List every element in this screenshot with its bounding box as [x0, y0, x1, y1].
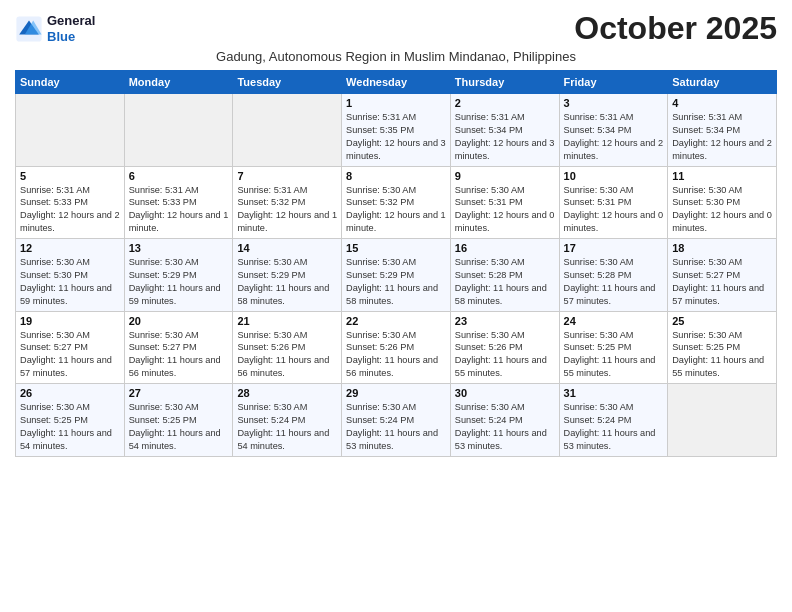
day-number: 10: [564, 170, 664, 182]
calendar-week-row: 26Sunrise: 5:30 AMSunset: 5:25 PMDayligh…: [16, 384, 777, 457]
calendar-week-row: 1Sunrise: 5:31 AMSunset: 5:35 PMDaylight…: [16, 94, 777, 167]
day-number: 30: [455, 387, 555, 399]
calendar-cell: 11Sunrise: 5:30 AMSunset: 5:30 PMDayligh…: [668, 166, 777, 239]
day-info: Sunrise: 5:30 AMSunset: 5:29 PMDaylight:…: [129, 256, 229, 308]
calendar-cell: 29Sunrise: 5:30 AMSunset: 5:24 PMDayligh…: [342, 384, 451, 457]
day-info: Sunrise: 5:31 AMSunset: 5:32 PMDaylight:…: [237, 184, 337, 236]
day-of-week-sunday: Sunday: [16, 71, 125, 94]
calendar-cell: 3Sunrise: 5:31 AMSunset: 5:34 PMDaylight…: [559, 94, 668, 167]
day-info: Sunrise: 5:30 AMSunset: 5:27 PMDaylight:…: [129, 329, 229, 381]
day-info: Sunrise: 5:30 AMSunset: 5:24 PMDaylight:…: [237, 401, 337, 453]
day-number: 3: [564, 97, 664, 109]
day-number: 15: [346, 242, 446, 254]
calendar-cell: 17Sunrise: 5:30 AMSunset: 5:28 PMDayligh…: [559, 239, 668, 312]
day-info: Sunrise: 5:30 AMSunset: 5:31 PMDaylight:…: [564, 184, 664, 236]
day-number: 7: [237, 170, 337, 182]
day-number: 19: [20, 315, 120, 327]
day-number: 17: [564, 242, 664, 254]
day-number: 22: [346, 315, 446, 327]
day-number: 4: [672, 97, 772, 109]
calendar-cell: 14Sunrise: 5:30 AMSunset: 5:29 PMDayligh…: [233, 239, 342, 312]
calendar-cell: 18Sunrise: 5:30 AMSunset: 5:27 PMDayligh…: [668, 239, 777, 312]
calendar-cell: 25Sunrise: 5:30 AMSunset: 5:25 PMDayligh…: [668, 311, 777, 384]
calendar-cell: [16, 94, 125, 167]
calendar-week-row: 19Sunrise: 5:30 AMSunset: 5:27 PMDayligh…: [16, 311, 777, 384]
day-info: Sunrise: 5:30 AMSunset: 5:24 PMDaylight:…: [455, 401, 555, 453]
page-header: General Blue October 2025: [15, 10, 777, 47]
calendar-cell: 10Sunrise: 5:30 AMSunset: 5:31 PMDayligh…: [559, 166, 668, 239]
day-number: 2: [455, 97, 555, 109]
calendar-cell: 27Sunrise: 5:30 AMSunset: 5:25 PMDayligh…: [124, 384, 233, 457]
day-info: Sunrise: 5:31 AMSunset: 5:33 PMDaylight:…: [20, 184, 120, 236]
day-info: Sunrise: 5:30 AMSunset: 5:29 PMDaylight:…: [237, 256, 337, 308]
calendar-cell: 2Sunrise: 5:31 AMSunset: 5:34 PMDaylight…: [450, 94, 559, 167]
calendar-cell: 1Sunrise: 5:31 AMSunset: 5:35 PMDaylight…: [342, 94, 451, 167]
day-info: Sunrise: 5:30 AMSunset: 5:32 PMDaylight:…: [346, 184, 446, 236]
calendar-cell: 30Sunrise: 5:30 AMSunset: 5:24 PMDayligh…: [450, 384, 559, 457]
day-info: Sunrise: 5:30 AMSunset: 5:27 PMDaylight:…: [20, 329, 120, 381]
calendar-cell: 8Sunrise: 5:30 AMSunset: 5:32 PMDaylight…: [342, 166, 451, 239]
day-number: 29: [346, 387, 446, 399]
day-number: 16: [455, 242, 555, 254]
calendar-cell: 16Sunrise: 5:30 AMSunset: 5:28 PMDayligh…: [450, 239, 559, 312]
day-of-week-thursday: Thursday: [450, 71, 559, 94]
day-of-week-wednesday: Wednesday: [342, 71, 451, 94]
calendar-cell: 31Sunrise: 5:30 AMSunset: 5:24 PMDayligh…: [559, 384, 668, 457]
calendar-cell: [233, 94, 342, 167]
calendar-cell: 28Sunrise: 5:30 AMSunset: 5:24 PMDayligh…: [233, 384, 342, 457]
calendar-cell: 12Sunrise: 5:30 AMSunset: 5:30 PMDayligh…: [16, 239, 125, 312]
day-info: Sunrise: 5:30 AMSunset: 5:24 PMDaylight:…: [564, 401, 664, 453]
calendar-cell: 6Sunrise: 5:31 AMSunset: 5:33 PMDaylight…: [124, 166, 233, 239]
calendar-cell: 22Sunrise: 5:30 AMSunset: 5:26 PMDayligh…: [342, 311, 451, 384]
day-info: Sunrise: 5:30 AMSunset: 5:31 PMDaylight:…: [455, 184, 555, 236]
day-info: Sunrise: 5:31 AMSunset: 5:34 PMDaylight:…: [672, 111, 772, 163]
day-info: Sunrise: 5:30 AMSunset: 5:25 PMDaylight:…: [129, 401, 229, 453]
day-number: 28: [237, 387, 337, 399]
day-number: 12: [20, 242, 120, 254]
day-info: Sunrise: 5:30 AMSunset: 5:26 PMDaylight:…: [346, 329, 446, 381]
day-number: 14: [237, 242, 337, 254]
day-number: 11: [672, 170, 772, 182]
day-number: 13: [129, 242, 229, 254]
calendar-header-row: SundayMondayTuesdayWednesdayThursdayFrid…: [16, 71, 777, 94]
day-number: 9: [455, 170, 555, 182]
day-number: 31: [564, 387, 664, 399]
month-title: October 2025: [574, 10, 777, 47]
day-number: 25: [672, 315, 772, 327]
calendar-cell: 23Sunrise: 5:30 AMSunset: 5:26 PMDayligh…: [450, 311, 559, 384]
logo-line1: General: [47, 13, 95, 28]
day-number: 8: [346, 170, 446, 182]
logo-line2: Blue: [47, 29, 75, 44]
day-number: 20: [129, 315, 229, 327]
logo-text: General Blue: [47, 13, 95, 44]
day-number: 21: [237, 315, 337, 327]
calendar-cell: 13Sunrise: 5:30 AMSunset: 5:29 PMDayligh…: [124, 239, 233, 312]
day-number: 24: [564, 315, 664, 327]
calendar-cell: [124, 94, 233, 167]
day-info: Sunrise: 5:30 AMSunset: 5:29 PMDaylight:…: [346, 256, 446, 308]
calendar-cell: 26Sunrise: 5:30 AMSunset: 5:25 PMDayligh…: [16, 384, 125, 457]
day-of-week-friday: Friday: [559, 71, 668, 94]
day-info: Sunrise: 5:30 AMSunset: 5:26 PMDaylight:…: [237, 329, 337, 381]
day-info: Sunrise: 5:31 AMSunset: 5:33 PMDaylight:…: [129, 184, 229, 236]
day-of-week-monday: Monday: [124, 71, 233, 94]
day-info: Sunrise: 5:31 AMSunset: 5:34 PMDaylight:…: [455, 111, 555, 163]
day-info: Sunrise: 5:31 AMSunset: 5:34 PMDaylight:…: [564, 111, 664, 163]
calendar-cell: 24Sunrise: 5:30 AMSunset: 5:25 PMDayligh…: [559, 311, 668, 384]
calendar-week-row: 12Sunrise: 5:30 AMSunset: 5:30 PMDayligh…: [16, 239, 777, 312]
day-info: Sunrise: 5:30 AMSunset: 5:25 PMDaylight:…: [20, 401, 120, 453]
calendar-cell: 15Sunrise: 5:30 AMSunset: 5:29 PMDayligh…: [342, 239, 451, 312]
day-number: 5: [20, 170, 120, 182]
day-info: Sunrise: 5:30 AMSunset: 5:30 PMDaylight:…: [672, 184, 772, 236]
day-number: 18: [672, 242, 772, 254]
day-info: Sunrise: 5:30 AMSunset: 5:30 PMDaylight:…: [20, 256, 120, 308]
calendar-cell: 7Sunrise: 5:31 AMSunset: 5:32 PMDaylight…: [233, 166, 342, 239]
calendar-table: SundayMondayTuesdayWednesdayThursdayFrid…: [15, 70, 777, 457]
logo-icon: [15, 15, 43, 43]
day-info: Sunrise: 5:30 AMSunset: 5:27 PMDaylight:…: [672, 256, 772, 308]
calendar-week-row: 5Sunrise: 5:31 AMSunset: 5:33 PMDaylight…: [16, 166, 777, 239]
day-number: 26: [20, 387, 120, 399]
day-info: Sunrise: 5:31 AMSunset: 5:35 PMDaylight:…: [346, 111, 446, 163]
page-subtitle: Gadung, Autonomous Region in Muslim Mind…: [15, 49, 777, 64]
calendar-cell: 5Sunrise: 5:31 AMSunset: 5:33 PMDaylight…: [16, 166, 125, 239]
